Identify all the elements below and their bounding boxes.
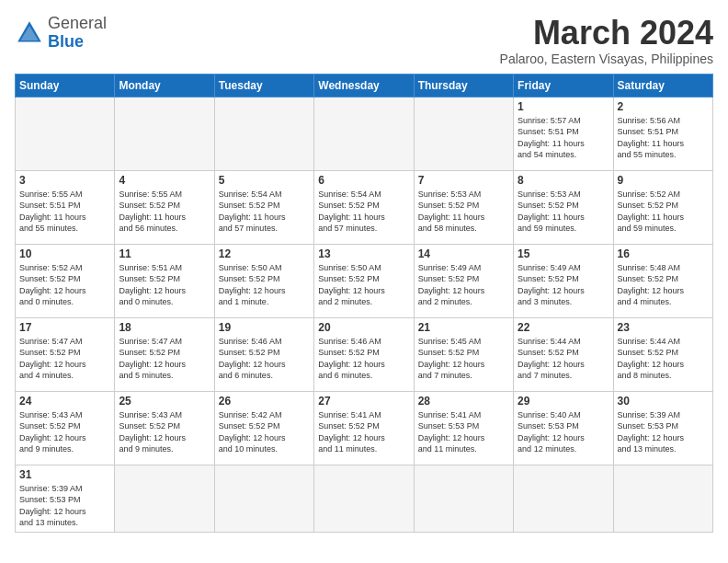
- day-number: 11: [119, 247, 210, 260]
- calendar-week-3: 17Sunrise: 5:47 AM Sunset: 5:52 PM Dayli…: [16, 317, 713, 391]
- day-number: 20: [318, 321, 409, 334]
- calendar-cell-w5d1: [115, 465, 214, 532]
- calendar-cell-w4d3: 27Sunrise: 5:41 AM Sunset: 5:52 PM Dayli…: [314, 391, 414, 465]
- day-number: 5: [219, 174, 310, 187]
- calendar-cell-w5d5: [514, 465, 613, 532]
- day-info: Sunrise: 5:48 AM Sunset: 5:52 PM Dayligh…: [618, 262, 709, 308]
- calendar-cell-w0d1: [115, 97, 214, 170]
- calendar-cell-w1d0: 3Sunrise: 5:55 AM Sunset: 5:51 PM Daylig…: [16, 170, 115, 244]
- day-info: Sunrise: 5:53 AM Sunset: 5:52 PM Dayligh…: [418, 189, 509, 235]
- calendar-cell-w1d3: 6Sunrise: 5:54 AM Sunset: 5:52 PM Daylig…: [314, 170, 414, 244]
- weekday-header-friday: Friday: [514, 74, 613, 97]
- day-info: Sunrise: 5:54 AM Sunset: 5:52 PM Dayligh…: [318, 189, 409, 235]
- day-number: 4: [119, 174, 210, 187]
- calendar-cell-w0d2: [214, 97, 313, 170]
- day-number: 24: [19, 395, 110, 408]
- calendar-cell-w4d2: 26Sunrise: 5:42 AM Sunset: 5:52 PM Dayli…: [214, 391, 313, 465]
- day-info: Sunrise: 5:52 AM Sunset: 5:52 PM Dayligh…: [19, 262, 110, 308]
- day-info: Sunrise: 5:49 AM Sunset: 5:52 PM Dayligh…: [418, 262, 509, 308]
- day-number: 1: [518, 100, 609, 113]
- calendar-cell-w4d0: 24Sunrise: 5:43 AM Sunset: 5:52 PM Dayli…: [16, 391, 115, 465]
- day-info: Sunrise: 5:46 AM Sunset: 5:52 PM Dayligh…: [318, 336, 409, 382]
- day-number: 16: [618, 247, 709, 260]
- weekday-header-row: SundayMondayTuesdayWednesdayThursdayFrid…: [16, 74, 713, 97]
- calendar-cell-w2d2: 12Sunrise: 5:50 AM Sunset: 5:52 PM Dayli…: [214, 244, 313, 317]
- calendar-cell-w4d1: 25Sunrise: 5:43 AM Sunset: 5:52 PM Dayli…: [115, 391, 214, 465]
- generalblue-logo-icon: [15, 18, 44, 48]
- day-info: Sunrise: 5:51 AM Sunset: 5:52 PM Dayligh…: [119, 262, 210, 308]
- weekday-header-monday: Monday: [115, 74, 214, 97]
- calendar-cell-w1d6: 9Sunrise: 5:52 AM Sunset: 5:52 PM Daylig…: [613, 170, 712, 244]
- day-info: Sunrise: 5:44 AM Sunset: 5:52 PM Dayligh…: [518, 336, 609, 382]
- calendar-cell-w1d4: 7Sunrise: 5:53 AM Sunset: 5:52 PM Daylig…: [414, 170, 513, 244]
- day-info: Sunrise: 5:46 AM Sunset: 5:52 PM Dayligh…: [219, 336, 310, 382]
- day-info: Sunrise: 5:44 AM Sunset: 5:52 PM Dayligh…: [618, 336, 709, 382]
- day-info: Sunrise: 5:57 AM Sunset: 5:51 PM Dayligh…: [518, 115, 609, 161]
- weekday-header-sunday: Sunday: [16, 74, 115, 97]
- calendar-cell-w3d4: 21Sunrise: 5:45 AM Sunset: 5:52 PM Dayli…: [414, 317, 513, 391]
- calendar-cell-w4d5: 29Sunrise: 5:40 AM Sunset: 5:53 PM Dayli…: [514, 391, 613, 465]
- day-info: Sunrise: 5:42 AM Sunset: 5:52 PM Dayligh…: [219, 409, 310, 455]
- calendar-cell-w3d3: 20Sunrise: 5:46 AM Sunset: 5:52 PM Dayli…: [314, 317, 414, 391]
- day-info: Sunrise: 5:47 AM Sunset: 5:52 PM Dayligh…: [19, 336, 110, 382]
- day-number: 26: [219, 395, 310, 408]
- calendar-cell-w0d0: [16, 97, 115, 170]
- day-number: 30: [618, 395, 709, 408]
- day-number: 10: [19, 247, 110, 260]
- calendar-cell-w2d4: 14Sunrise: 5:49 AM Sunset: 5:52 PM Dayli…: [414, 244, 513, 317]
- calendar-cell-w5d3: [314, 465, 414, 532]
- day-number: 21: [418, 321, 509, 334]
- page-header: GeneralBlue March 2024 Palaroo, Eastern …: [15, 15, 713, 66]
- calendar-cell-w0d3: [314, 97, 414, 170]
- day-number: 14: [418, 247, 509, 260]
- day-info: Sunrise: 5:41 AM Sunset: 5:53 PM Dayligh…: [418, 409, 509, 455]
- calendar-cell-w2d5: 15Sunrise: 5:49 AM Sunset: 5:52 PM Dayli…: [514, 244, 613, 317]
- calendar-cell-w1d2: 5Sunrise: 5:54 AM Sunset: 5:52 PM Daylig…: [214, 170, 313, 244]
- calendar-cell-w3d0: 17Sunrise: 5:47 AM Sunset: 5:52 PM Dayli…: [16, 317, 115, 391]
- weekday-header-wednesday: Wednesday: [314, 74, 414, 97]
- day-info: Sunrise: 5:49 AM Sunset: 5:52 PM Dayligh…: [518, 262, 609, 308]
- calendar-subtitle: Palaroo, Eastern Visayas, Philippines: [500, 52, 713, 66]
- day-info: Sunrise: 5:50 AM Sunset: 5:52 PM Dayligh…: [318, 262, 409, 308]
- day-info: Sunrise: 5:40 AM Sunset: 5:53 PM Dayligh…: [518, 409, 609, 455]
- day-info: Sunrise: 5:39 AM Sunset: 5:53 PM Dayligh…: [618, 409, 709, 455]
- day-number: 18: [119, 321, 210, 334]
- calendar-cell-w0d6: 2Sunrise: 5:56 AM Sunset: 5:51 PM Daylig…: [613, 97, 712, 170]
- calendar-cell-w2d3: 13Sunrise: 5:50 AM Sunset: 5:52 PM Dayli…: [314, 244, 414, 317]
- calendar-cell-w1d1: 4Sunrise: 5:55 AM Sunset: 5:52 PM Daylig…: [115, 170, 214, 244]
- calendar-cell-w4d4: 28Sunrise: 5:41 AM Sunset: 5:53 PM Dayli…: [414, 391, 513, 465]
- title-block: March 2024 Palaroo, Eastern Visayas, Phi…: [500, 15, 713, 66]
- day-info: Sunrise: 5:47 AM Sunset: 5:52 PM Dayligh…: [119, 336, 210, 382]
- day-number: 31: [19, 468, 110, 481]
- weekday-header-tuesday: Tuesday: [214, 74, 313, 97]
- day-number: 23: [618, 321, 709, 334]
- day-info: Sunrise: 5:39 AM Sunset: 5:53 PM Dayligh…: [19, 483, 110, 529]
- calendar-week-2: 10Sunrise: 5:52 AM Sunset: 5:52 PM Dayli…: [16, 244, 713, 317]
- calendar-cell-w5d0: 31Sunrise: 5:39 AM Sunset: 5:53 PM Dayli…: [16, 465, 115, 532]
- weekday-header-thursday: Thursday: [414, 74, 513, 97]
- day-number: 29: [518, 395, 609, 408]
- day-info: Sunrise: 5:56 AM Sunset: 5:51 PM Dayligh…: [618, 115, 709, 161]
- day-number: 6: [318, 174, 409, 187]
- day-number: 9: [618, 174, 709, 187]
- day-info: Sunrise: 5:55 AM Sunset: 5:51 PM Dayligh…: [19, 189, 110, 235]
- day-number: 7: [418, 174, 509, 187]
- day-info: Sunrise: 5:43 AM Sunset: 5:52 PM Dayligh…: [119, 409, 210, 455]
- day-info: Sunrise: 5:55 AM Sunset: 5:52 PM Dayligh…: [119, 189, 210, 235]
- day-number: 3: [19, 174, 110, 187]
- day-number: 22: [518, 321, 609, 334]
- calendar-cell-w2d0: 10Sunrise: 5:52 AM Sunset: 5:52 PM Dayli…: [16, 244, 115, 317]
- calendar-cell-w5d2: [214, 465, 313, 532]
- calendar-cell-w5d6: [613, 465, 712, 532]
- day-info: Sunrise: 5:50 AM Sunset: 5:52 PM Dayligh…: [219, 262, 310, 308]
- day-number: 27: [318, 395, 409, 408]
- day-number: 19: [219, 321, 310, 334]
- day-info: Sunrise: 5:41 AM Sunset: 5:52 PM Dayligh…: [318, 409, 409, 455]
- calendar-cell-w3d5: 22Sunrise: 5:44 AM Sunset: 5:52 PM Dayli…: [514, 317, 613, 391]
- day-info: Sunrise: 5:53 AM Sunset: 5:52 PM Dayligh…: [518, 189, 609, 235]
- day-number: 17: [19, 321, 110, 334]
- day-info: Sunrise: 5:52 AM Sunset: 5:52 PM Dayligh…: [618, 189, 709, 235]
- calendar-cell-w1d5: 8Sunrise: 5:53 AM Sunset: 5:52 PM Daylig…: [514, 170, 613, 244]
- day-number: 25: [119, 395, 210, 408]
- calendar-cell-w3d1: 18Sunrise: 5:47 AM Sunset: 5:52 PM Dayli…: [115, 317, 214, 391]
